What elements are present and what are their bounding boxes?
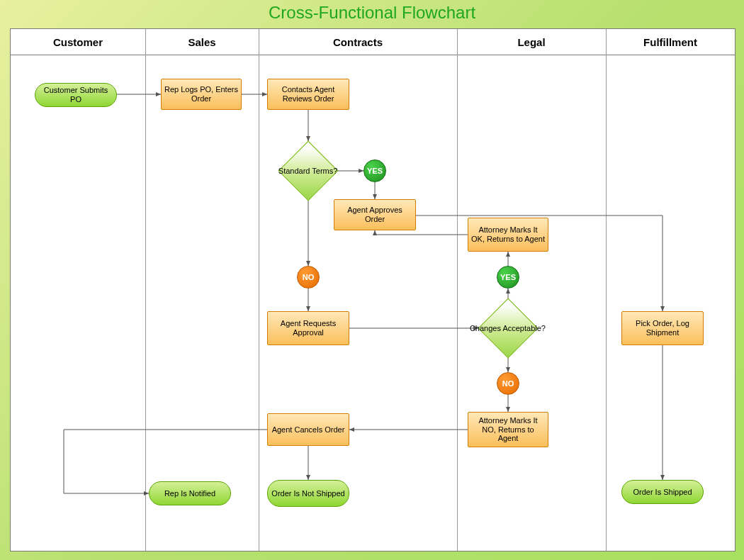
process-agent-cancels: Agent Cancels Order bbox=[267, 413, 349, 446]
terminator-not-shipped: Order Is Not Shipped bbox=[267, 480, 349, 507]
process-attorney-no: Attorney Marks It NO, Returns to Agent bbox=[468, 412, 548, 447]
diagram-title: Cross-Functional Flowchart bbox=[0, 3, 744, 23]
page: Cross-Functional Flowchart Customer Sale… bbox=[0, 0, 744, 560]
terminator-start: Customer Submits PO bbox=[35, 83, 117, 107]
process-agent-requests: Agent Requests Approval bbox=[267, 311, 349, 345]
decision-standard-terms: Standard Terms? bbox=[278, 141, 339, 201]
process-attorney-ok: Attorney Marks It OK, Returns to Agent bbox=[468, 218, 548, 252]
connector-no-2: NO bbox=[497, 372, 519, 395]
lane-separator bbox=[259, 29, 259, 551]
decision-changes-acceptable: Changes Acceptable? bbox=[478, 298, 539, 359]
connector-no-1: NO bbox=[297, 266, 320, 289]
terminator-shipped: Order Is Shipped bbox=[621, 480, 704, 504]
lane-header-legal: Legal bbox=[457, 29, 607, 55]
lane-header-fulfillment: Fulfillment bbox=[606, 29, 735, 55]
process-agent-approves: Agent Approves Order bbox=[334, 199, 416, 230]
connector-yes-1: YES bbox=[363, 159, 386, 182]
connector-layer bbox=[11, 29, 735, 551]
process-rep-logs: Rep Logs PO, Enters Order bbox=[161, 79, 242, 110]
connector-yes-2: YES bbox=[497, 266, 519, 289]
swimlane-board: Customer Sales Contracts Legal Fulfillme… bbox=[10, 28, 735, 551]
terminator-rep-notified: Rep Is Notified bbox=[149, 481, 231, 505]
lane-separator bbox=[145, 29, 146, 551]
lane-header-contracts: Contracts bbox=[259, 29, 458, 55]
lane-header-customer: Customer bbox=[11, 29, 146, 55]
process-pick-order: Pick Order, Log Shipment bbox=[621, 311, 704, 345]
lane-header-sales: Sales bbox=[145, 29, 259, 55]
process-agent-reviews: Contacts Agent Reviews Order bbox=[267, 79, 349, 110]
lane-separator bbox=[457, 29, 458, 551]
lane-separator bbox=[606, 29, 607, 551]
